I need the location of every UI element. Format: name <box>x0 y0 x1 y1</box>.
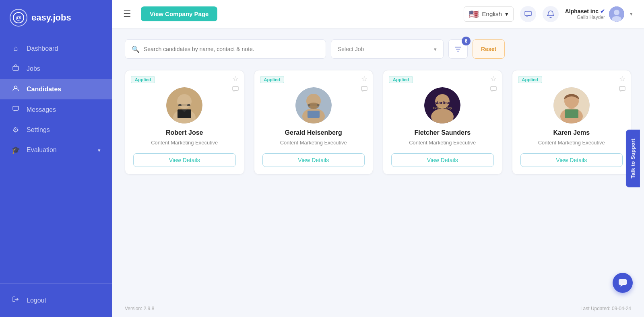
logo-text: easy.jobs <box>31 12 71 23</box>
message-icon[interactable] <box>619 86 626 95</box>
card-actions: ☆ <box>361 74 368 95</box>
svg-rect-17 <box>361 86 367 91</box>
page-content: 🔍 Select Job ▾ 6 Reset Applied ☆ <box>112 28 644 300</box>
candidate-title: Content Marketing Executive <box>151 139 218 147</box>
last-updated-text: Last Updated: 09-04-24 <box>580 306 631 311</box>
sidebar-item-label: Evaluation <box>27 146 57 154</box>
user-profile[interactable]: Alphaset inc ✔ Galib Hayder ▾ <box>565 6 633 22</box>
applied-badge: Applied <box>389 76 413 83</box>
candidate-avatar: startiseEvolve Today <box>424 87 460 124</box>
svg-rect-2 <box>13 66 19 70</box>
star-icon[interactable]: ☆ <box>232 74 239 83</box>
candidate-card: Applied ☆ Karen Jems Content Marketing E… <box>512 70 632 175</box>
view-details-button[interactable]: View Details <box>262 153 365 167</box>
view-details-button[interactable]: View Details <box>520 153 623 167</box>
hamburger-icon[interactable]: ☰ <box>123 9 131 19</box>
applied-badge: Applied <box>131 76 155 83</box>
language-chevron-icon: ▾ <box>505 10 508 18</box>
svg-rect-26 <box>491 86 496 91</box>
messages-icon <box>11 105 20 114</box>
candidate-name: Robert Jose <box>166 129 203 136</box>
sidebar-item-evaluation[interactable]: 🎓 Evaluation ▾ <box>0 140 112 160</box>
chat-bubble-button[interactable] <box>613 273 633 293</box>
view-details-button[interactable]: View Details <box>133 153 236 167</box>
star-icon[interactable]: ☆ <box>490 74 497 83</box>
svg-rect-25 <box>308 111 320 118</box>
message-icon[interactable] <box>490 86 497 95</box>
sidebar-item-label: Dashboard <box>27 45 58 52</box>
username: Alphaset inc ✔ <box>565 8 605 14</box>
search-bar: 🔍 Select Job ▾ 6 Reset <box>125 39 631 59</box>
home-icon: ⌂ <box>11 44 20 53</box>
view-company-button[interactable]: View Company Page <box>141 6 217 21</box>
chat-icon-button[interactable] <box>520 6 536 22</box>
svg-text:@: @ <box>16 14 21 21</box>
view-details-button[interactable]: View Details <box>391 153 494 167</box>
search-icon: 🔍 <box>132 45 140 53</box>
user-chevron-icon: ▾ <box>630 11 633 17</box>
candidate-title: Content Marketing Executive <box>280 139 347 147</box>
star-icon[interactable]: ☆ <box>361 74 367 83</box>
svg-point-21 <box>308 103 319 109</box>
notification-icon-button[interactable] <box>543 6 559 22</box>
sidebar-nav: ⌂ Dashboard Jobs Candidates <box>0 35 112 317</box>
svg-rect-22 <box>308 104 310 106</box>
svg-rect-32 <box>619 86 625 91</box>
verified-icon: ✔ <box>600 8 605 14</box>
svg-rect-9 <box>233 86 238 91</box>
svg-rect-36 <box>565 109 578 118</box>
logout-icon <box>11 296 20 305</box>
filter-button[interactable]: 6 <box>448 39 468 59</box>
candidate-title: Content Marketing Executive <box>409 139 476 147</box>
sidebar-logout-section: Logout <box>0 283 112 314</box>
svg-rect-4 <box>13 106 19 110</box>
select-job-wrap[interactable]: Select Job ▾ <box>331 39 444 59</box>
message-icon[interactable] <box>361 86 368 95</box>
sidebar-item-candidates[interactable]: Candidates <box>0 79 112 99</box>
candidate-title: Content Marketing Executive <box>538 139 605 147</box>
card-actions: ☆ <box>619 74 626 95</box>
search-input[interactable] <box>144 46 319 52</box>
candidate-avatar <box>166 87 202 124</box>
sidebar-item-jobs[interactable]: Jobs <box>0 58 112 79</box>
search-input-wrap: 🔍 <box>125 39 326 59</box>
star-icon[interactable]: ☆ <box>619 74 625 83</box>
talk-to-support-button[interactable]: Talk to Support <box>626 130 640 187</box>
jobs-icon <box>11 64 20 73</box>
chevron-down-icon: ▾ <box>98 147 101 153</box>
sidebar-item-label: Jobs <box>27 65 40 72</box>
svg-rect-5 <box>525 11 531 16</box>
select-job-dropdown[interactable]: Select Job <box>338 46 431 52</box>
svg-text:startise: startise <box>435 100 450 105</box>
evaluation-icon: 🎓 <box>11 146 20 154</box>
reset-button[interactable]: Reset <box>473 39 505 59</box>
applied-badge: Applied <box>260 76 284 83</box>
candidate-avatar <box>553 87 590 124</box>
sidebar-item-label: Messages <box>27 106 56 113</box>
candidate-card: Applied ☆ Gerald Heisenberg Content Mark… <box>254 70 374 175</box>
settings-icon: ⚙ <box>11 126 20 134</box>
candidate-avatar <box>295 87 332 124</box>
applied-badge: Applied <box>518 76 542 83</box>
svg-rect-13 <box>178 104 182 106</box>
sidebar-item-dashboard[interactable]: ⌂ Dashboard <box>0 39 112 58</box>
svg-rect-37 <box>619 279 627 285</box>
user-subname: Galib Hayder <box>565 14 605 20</box>
svg-point-7 <box>614 10 619 15</box>
logout-button[interactable]: Logout <box>0 290 112 311</box>
svg-point-11 <box>177 94 192 109</box>
sidebar-item-messages[interactable]: Messages <box>0 99 112 120</box>
language-selector[interactable]: 🇺🇸 English ▾ <box>464 6 514 22</box>
candidate-name: Fletcher Saunders <box>414 129 471 136</box>
svg-rect-14 <box>187 104 190 106</box>
candidates-icon <box>11 84 20 94</box>
sidebar-item-settings[interactable]: ⚙ Settings <box>0 120 112 140</box>
avatar <box>609 6 624 22</box>
sidebar-item-label: Candidates <box>27 86 61 93</box>
language-label: English <box>482 10 502 17</box>
sidebar: @ easy.jobs ⌂ Dashboard Jobs <box>0 0 112 317</box>
logout-label: Logout <box>27 297 46 304</box>
message-icon[interactable] <box>232 86 239 95</box>
svg-rect-23 <box>317 104 320 106</box>
candidate-card: Applied ☆ Robert Jose Content Marketing … <box>125 70 244 175</box>
